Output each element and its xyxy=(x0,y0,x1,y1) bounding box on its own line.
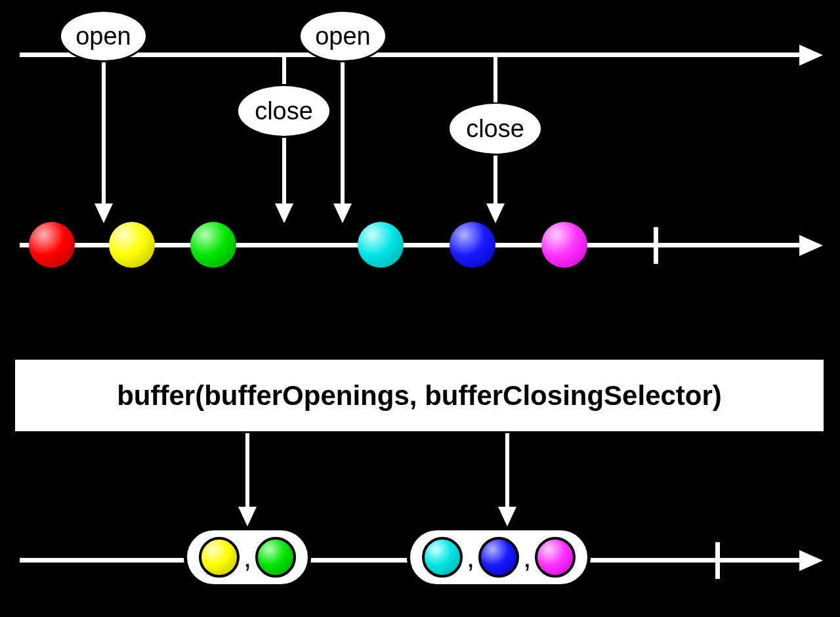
close2-arrow-head-icon xyxy=(486,203,505,223)
input-marble-green xyxy=(190,222,236,268)
open1-arrow-line-icon xyxy=(102,62,106,205)
open2-arrow-line-icon xyxy=(341,62,345,205)
output-complete-icon xyxy=(715,542,720,579)
close-signal-2: close xyxy=(448,102,543,156)
op-to-output2-head-icon xyxy=(498,507,516,526)
output-marble-magenta xyxy=(535,537,576,578)
buffer-separator: , xyxy=(467,541,474,578)
output-buffer-1: , xyxy=(184,527,311,587)
open-signal-2: open xyxy=(299,10,387,62)
input-timeline-arrow-icon xyxy=(799,235,823,256)
open1-arrow-head-icon xyxy=(94,203,113,223)
output-marble-yellow xyxy=(199,537,240,578)
close1-arrow-head-icon xyxy=(275,203,293,223)
output-marble-blue xyxy=(478,537,519,578)
op-to-output1-head-icon xyxy=(238,507,257,526)
close1-arrow-down-icon xyxy=(282,138,286,205)
input-marble-cyan xyxy=(358,222,404,268)
output-timeline-arrow-icon xyxy=(799,550,823,571)
buffer-separator: , xyxy=(523,541,531,578)
input-marble-yellow xyxy=(109,222,155,268)
close2-arrow-line-icon xyxy=(494,54,497,102)
op-to-output2-line-icon xyxy=(505,433,509,509)
close1-arrow-line-icon xyxy=(282,54,286,84)
close2-arrow-down-icon xyxy=(494,156,497,206)
operator-box: buffer(bufferOpenings, bufferClosingSele… xyxy=(13,358,826,433)
open2-arrow-head-icon xyxy=(333,203,352,223)
buffer-separator: , xyxy=(243,541,251,578)
close-signal-1: close xyxy=(236,84,331,138)
output-buffer-2: , , xyxy=(407,527,591,587)
op-to-output1-line-icon xyxy=(245,433,249,509)
input-complete-icon xyxy=(654,227,658,264)
open-signal-1: open xyxy=(59,10,148,62)
input-marble-blue xyxy=(450,222,495,268)
output-marble-cyan xyxy=(422,537,463,578)
input-marble-red xyxy=(29,222,75,268)
signal-timeline-arrow-icon xyxy=(799,45,823,66)
input-marble-magenta xyxy=(541,222,587,268)
output-marble-green xyxy=(255,537,296,578)
